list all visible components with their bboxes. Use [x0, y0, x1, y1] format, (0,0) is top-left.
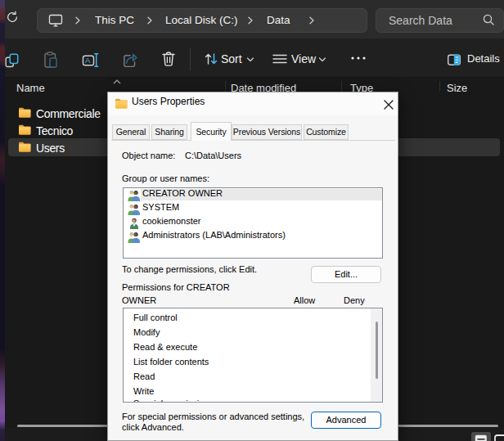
svg-text:A: A	[85, 56, 91, 65]
